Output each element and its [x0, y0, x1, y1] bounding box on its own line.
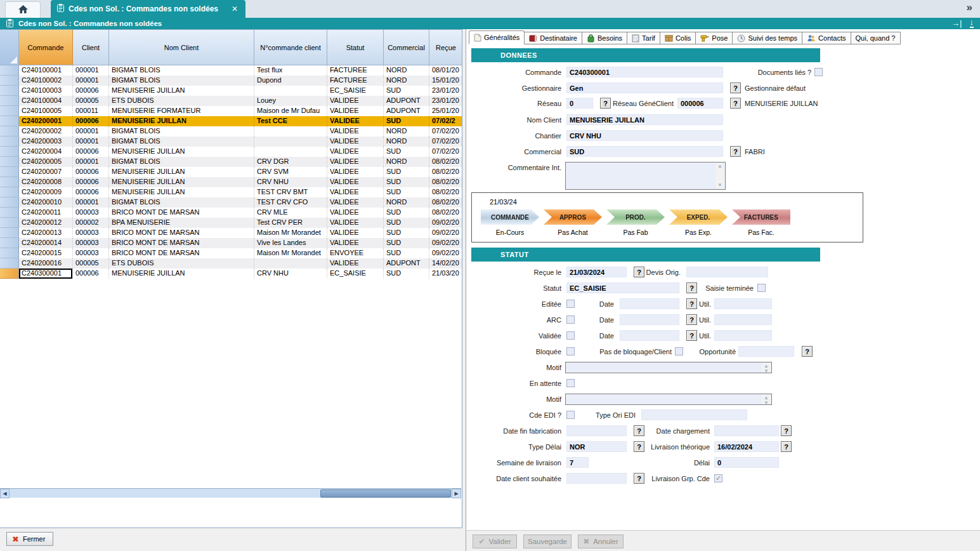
table-cell[interactable]: SUD: [384, 238, 429, 248]
table-cell[interactable]: VALIDEE: [327, 106, 384, 116]
table-cell[interactable]: ENVOYEE: [327, 248, 384, 258]
commercial-field[interactable]: SUD: [566, 146, 723, 157]
fermer-button[interactable]: ✖ Fermer: [6, 532, 53, 546]
row-selector[interactable]: [0, 96, 19, 106]
date-fin-fabrication-field[interactable]: [566, 425, 627, 436]
column-header-client[interactable]: Client: [73, 30, 109, 65]
commande-field[interactable]: C240300001: [566, 67, 723, 77]
livraison-grp-checkbox[interactable]: [714, 474, 722, 482]
motif2-textarea[interactable]: ▲▼: [565, 394, 772, 405]
table-cell[interactable]: BIGMAT BLOIS: [109, 126, 254, 136]
horizontal-scrollbar[interactable]: ◀ ▶: [0, 488, 461, 498]
table-cell[interactable]: 08/01/20: [429, 65, 462, 76]
tab-generalites[interactable]: Généralités: [469, 30, 525, 44]
table-cell[interactable]: 000001: [73, 65, 109, 76]
opportunite-field[interactable]: [738, 346, 794, 357]
table-cell[interactable]: CRV NHU: [254, 269, 327, 279]
table-row[interactable]: C240200011000003BRICO MONT DE MARSANCRV …: [0, 208, 462, 218]
table-row[interactable]: C240200012000002BPA MENUISERIETest CRV P…: [0, 218, 462, 228]
editee-date-field[interactable]: [620, 298, 679, 309]
table-cell[interactable]: CRV SVM: [254, 167, 327, 177]
column-header-recue[interactable]: Reçue: [429, 30, 462, 65]
table-row[interactable]: C240100002000001BIGMAT BLOISDupondFACTUR…: [0, 76, 462, 86]
table-row[interactable]: C240200008000006MENUISERIE JUILLANCRV NH…: [0, 177, 462, 187]
table-cell[interactable]: ADUPONT: [384, 106, 429, 116]
table-cell[interactable]: 08/02/20: [429, 208, 462, 218]
table-cell[interactable]: BRICO MONT DE MARSAN: [109, 208, 254, 218]
table-cell[interactable]: SUD: [384, 208, 429, 218]
table-cell[interactable]: C240200007: [19, 167, 73, 177]
table-cell[interactable]: C240200010: [19, 197, 73, 208]
table-cell[interactable]: 000006: [73, 86, 109, 96]
table-cell[interactable]: 000003: [73, 208, 109, 218]
table-cell[interactable]: 000005: [73, 258, 109, 269]
row-selector[interactable]: [0, 157, 19, 167]
skip-to-end-icon[interactable]: →|: [951, 18, 962, 28]
table-cell[interactable]: 000001: [73, 76, 109, 86]
table-cell[interactable]: BIGMAT BLOIS: [109, 76, 254, 86]
row-selector[interactable]: [0, 187, 19, 197]
table-cell[interactable]: BIGMAT BLOIS: [109, 136, 254, 147]
table-cell[interactable]: NORD: [384, 126, 429, 136]
en-attente-checkbox[interactable]: [566, 379, 575, 387]
tab-tarif[interactable]: Tarif: [627, 32, 660, 44]
table-cell[interactable]: VALIDEE: [327, 96, 384, 106]
row-selector[interactable]: [0, 106, 19, 116]
table-cell[interactable]: 09/02/20: [429, 238, 462, 248]
tab-colis[interactable]: Colis: [660, 32, 696, 44]
table-cell[interactable]: TEST CRV CFO: [254, 197, 327, 208]
table-cell[interactable]: 07/02/20: [429, 147, 462, 157]
table-cell[interactable]: FACTUREE: [327, 65, 384, 76]
table-cell[interactable]: C240100001: [19, 65, 73, 76]
table-cell[interactable]: C240200008: [19, 177, 73, 187]
table-cell[interactable]: CRV DGR: [254, 157, 327, 167]
table-cell[interactable]: C240200013: [19, 228, 73, 238]
delai-field[interactable]: 0: [714, 457, 779, 468]
table-cell[interactable]: Maison Mr Morandet: [254, 248, 327, 258]
table-cell[interactable]: C240200015: [19, 248, 73, 258]
overflow-chevrons-icon[interactable]: »: [967, 1, 971, 14]
pas-bloquage-checkbox[interactable]: [675, 347, 683, 355]
arc-date-field[interactable]: [620, 314, 679, 325]
validee-checkbox[interactable]: [566, 331, 575, 340]
nom-client-field[interactable]: MENUISERIE JUILLAN: [566, 114, 723, 125]
table-cell[interactable]: 14/02/20: [429, 258, 462, 269]
table-cell[interactable]: 08/02/20: [429, 157, 462, 167]
table-cell[interactable]: 000011: [73, 106, 109, 116]
table-cell[interactable]: SUD: [384, 167, 429, 177]
tab-pose[interactable]: Pose: [696, 32, 733, 44]
gestionnaire-help-button[interactable]: ?: [730, 83, 741, 93]
table-cell[interactable]: 000003: [73, 248, 109, 258]
table-cell[interactable]: MENUISERIE JUILLAN: [109, 177, 254, 187]
table-cell[interactable]: NORD: [384, 197, 429, 208]
table-cell[interactable]: VALIDEE: [327, 197, 384, 208]
table-cell[interactable]: SUD: [384, 86, 429, 96]
table-cell[interactable]: C240100005: [19, 106, 73, 116]
statut-help-button[interactable]: ?: [686, 282, 697, 293]
table-cell[interactable]: ADUPONT: [384, 96, 429, 106]
table-row[interactable]: C240300001000006MENUISERIE JUILLANCRV NH…: [0, 269, 462, 279]
table-cell[interactable]: VALIDEE: [327, 238, 384, 248]
table-cell[interactable]: C240200005: [19, 157, 73, 167]
download-icon[interactable]: ↓: [970, 18, 974, 28]
table-cell[interactable]: C240200011: [19, 208, 73, 218]
table-cell[interactable]: 000006: [73, 167, 109, 177]
table-cell[interactable]: VALIDEE: [327, 157, 384, 167]
table-cell[interactable]: BRICO MONT DE MARSAN: [109, 228, 254, 238]
cde-edi-checkbox[interactable]: [566, 411, 575, 419]
table-cell[interactable]: 07/02/2: [429, 116, 462, 126]
row-selector[interactable]: [0, 269, 19, 279]
table-cell[interactable]: Maison Mr Morandet: [254, 228, 327, 238]
table-cell[interactable]: C240200014: [19, 238, 73, 248]
table-cell[interactable]: C240200012: [19, 218, 73, 228]
saisie-terminee-checkbox[interactable]: [757, 284, 766, 292]
table-cell[interactable]: Test CCE: [254, 116, 327, 126]
table-cell[interactable]: 000006: [73, 187, 109, 197]
row-selector[interactable]: [0, 147, 19, 157]
table-row[interactable]: C240100003000006MENUISERIE JUILLANEC_SAI…: [0, 86, 462, 96]
sauvegarde-button[interactable]: Sauvegarde: [523, 534, 572, 548]
table-cell[interactable]: SUD: [384, 177, 429, 187]
table-cell[interactable]: 08/02/20: [429, 197, 462, 208]
row-selector[interactable]: [0, 76, 19, 86]
date-client-souhaitee-help-button[interactable]: ?: [634, 473, 644, 484]
